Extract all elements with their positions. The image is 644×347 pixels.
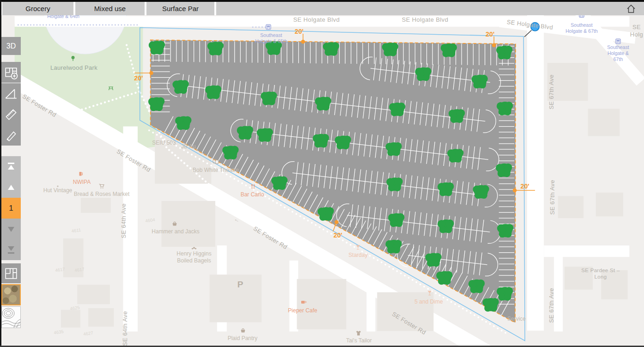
tree[interactable]	[449, 109, 465, 123]
tree[interactable]	[207, 42, 224, 55]
tree[interactable]	[388, 213, 404, 227]
setback-handle[interactable]	[334, 220, 339, 224]
setback-dimension-label: 20'	[520, 183, 529, 190]
setback-handle[interactable]	[149, 71, 153, 75]
tree[interactable]	[148, 97, 164, 111]
setback-handle[interactable]	[301, 40, 305, 44]
tree[interactable]	[468, 280, 485, 293]
tree[interactable]	[385, 142, 401, 156]
pen-icon	[4, 128, 18, 142]
plan-lines-icon	[4, 267, 18, 280]
tree[interactable]	[175, 116, 191, 130]
tree[interactable]	[447, 149, 463, 163]
tree[interactable]	[425, 253, 441, 267]
tree[interactable]	[315, 97, 331, 111]
tree[interactable]	[335, 136, 351, 150]
home-button[interactable]	[626, 3, 637, 14]
setback-icon	[4, 87, 18, 101]
tab-mixed-use[interactable]: Mixed use	[75, 2, 145, 15]
tab-surface-parking[interactable]: Surface Par	[146, 2, 214, 15]
measure-tool-button[interactable]	[1, 104, 21, 125]
setback-handle[interactable]	[513, 189, 517, 193]
tree[interactable]	[482, 298, 498, 312]
map-base: 20'20'20'20'20'	[0, 15, 644, 346]
tree[interactable]	[385, 240, 401, 254]
floorplan-add-button[interactable]	[1, 62, 21, 83]
tree[interactable]	[386, 177, 402, 191]
setback-dimension-label: 20'	[486, 30, 494, 38]
tree[interactable]	[323, 42, 339, 56]
contour-lines-icon	[2, 307, 20, 328]
tree[interactable]	[271, 176, 287, 190]
floor-to-top-button[interactable]	[1, 156, 21, 177]
tree[interactable]	[473, 185, 489, 199]
tree[interactable]	[415, 67, 431, 81]
home-icon	[626, 3, 637, 14]
floor-down-button[interactable]	[1, 219, 21, 239]
tree[interactable]	[497, 224, 513, 238]
tree[interactable]	[389, 103, 405, 116]
parcel-vertex-handle[interactable]	[531, 23, 539, 31]
window-left-edge	[0, 0, 1, 347]
tree[interactable]	[149, 41, 165, 55]
tabbar-spacer	[216, 2, 644, 15]
tree[interactable]	[237, 126, 253, 140]
tree[interactable]	[496, 46, 512, 60]
tree[interactable]	[437, 219, 454, 233]
layer-contour-thumb[interactable]	[1, 306, 21, 328]
tree[interactable]	[313, 134, 329, 148]
move-to-top-icon	[5, 160, 18, 173]
tree[interactable]	[261, 91, 277, 105]
floorplan-add-icon	[4, 66, 18, 79]
tree[interactable]	[497, 287, 513, 301]
ruler-icon	[4, 108, 18, 122]
current-floor-indicator[interactable]: 1	[1, 198, 21, 219]
setback-tool-button[interactable]	[1, 83, 21, 104]
tree[interactable]	[266, 41, 282, 55]
layer-plan-button[interactable]	[1, 263, 21, 283]
move-to-bottom-icon	[5, 244, 18, 256]
view-3d-button[interactable]: 3D	[1, 37, 21, 55]
tree[interactable]	[436, 271, 452, 285]
tree[interactable]	[496, 164, 512, 177]
tree[interactable]	[472, 75, 488, 89]
tree[interactable]	[497, 102, 513, 116]
setback-handle[interactable]	[492, 43, 496, 48]
scenario-tab-bar: Grocery Mixed use Surface Par	[0, 2, 644, 15]
tree[interactable]	[257, 128, 273, 142]
tree[interactable]	[317, 207, 334, 221]
floor-up-button[interactable]	[1, 177, 21, 198]
tree[interactable]	[222, 146, 238, 160]
setback-dimension-label: 20'	[334, 231, 342, 239]
setback-dimension-label: 20'	[295, 28, 304, 35]
map-canvas[interactable]: 20'20'20'20'20' SE Holgate BlvdSE Holgat…	[0, 15, 644, 346]
floor-to-bottom-button[interactable]	[1, 239, 21, 260]
setback-dimension-label: 20'	[134, 74, 143, 82]
tree[interactable]	[205, 85, 221, 99]
tab-grocery[interactable]: Grocery	[2, 2, 73, 15]
move-down-icon	[5, 223, 18, 236]
tree[interactable]	[441, 43, 457, 57]
draw-tool-button[interactable]	[1, 125, 21, 146]
window-top-edge	[0, 0, 644, 2]
move-up-icon	[5, 181, 18, 194]
site-planner-app: Grocery Mixed use Surface Par	[0, 0, 644, 347]
tree[interactable]	[172, 80, 188, 94]
tree[interactable]	[437, 183, 454, 196]
tree[interactable]	[382, 43, 398, 56]
layer-satellite-thumb[interactable]	[1, 284, 21, 305]
